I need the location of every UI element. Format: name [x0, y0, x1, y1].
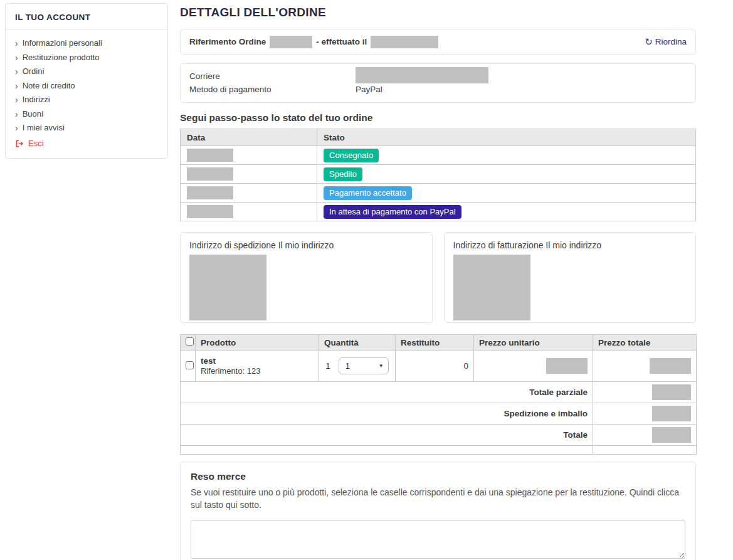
logout-link[interactable]: Esci: [6, 135, 167, 151]
column-prodotto: Prodotto: [196, 335, 319, 351]
redacted-status-date: [187, 205, 233, 218]
status-column-stato: Stato: [317, 129, 696, 146]
return-instructions: Se vuoi restituire uno o più prodotti, s…: [191, 486, 685, 512]
status-badge: Pagamento accettato: [324, 186, 412, 200]
payment-method-label: Metodo di pagamento: [189, 83, 356, 95]
sidebar-item-label: Ordini: [23, 65, 45, 79]
status-table-header-row: Data Stato: [181, 129, 696, 146]
redacted-status-date: [187, 149, 233, 162]
sidebar-item-restituzione-prodotto[interactable]: › Restituzione prodotto: [15, 51, 158, 65]
addresses-section: Indirizzo di spedizione Il mio indirizzo…: [180, 232, 696, 323]
logout-label: Esci: [28, 137, 44, 151]
order-details-main: DETTAGLI DELL'ORDINE Riferimento Ordine …: [180, 0, 696, 560]
redacted-subtotal: [652, 384, 691, 400]
chevron-right-icon: ›: [15, 95, 18, 104]
select-all-checkbox[interactable]: [186, 337, 194, 346]
reorder-refresh-icon: ↻: [645, 37, 653, 46]
carrier-payment-box: Corriere Metodo di pagamento PayPal: [180, 63, 696, 103]
reorder-link[interactable]: ↻ Riordina: [645, 37, 687, 46]
product-reference: Riferimento: 123: [201, 366, 314, 376]
total-label: Totale: [181, 425, 593, 446]
billing-address-box: Indirizzo di fatturazione Il mio indiriz…: [444, 232, 697, 323]
status-row: Pagamento accettato: [181, 184, 696, 203]
billing-address-title: Indirizzo di fatturazione Il mio indiriz…: [453, 240, 687, 250]
quantity-select[interactable]: 1: [339, 357, 389, 374]
redacted-carrier-name: [356, 67, 488, 83]
redacted-status-date: [187, 167, 233, 181]
account-sidebar: IL TUO ACCOUNT › Informazioni personali …: [5, 3, 168, 159]
return-explanation-textarea[interactable]: [191, 520, 685, 559]
status-row: Spedito: [181, 165, 696, 184]
sidebar-item-label: Restituzione prodotto: [23, 51, 100, 65]
chevron-right-icon: ›: [15, 124, 18, 132]
product-row: test Riferimento: 123 1 1 ▼ 0: [181, 351, 697, 382]
redacted-status-date: [187, 186, 233, 199]
chevron-right-icon: ›: [15, 53, 18, 62]
redacted-order-date: [371, 36, 438, 48]
order-reference-prefix: Riferimento Ordine: [189, 37, 266, 46]
shipping-label: Spedizione e imballo: [181, 403, 593, 425]
status-row: In attesa di pagamento con PayPal: [181, 203, 696, 221]
redacted-grand-total: [652, 427, 691, 443]
status-row: Consegnato: [181, 146, 696, 165]
column-quantita: Quantità: [319, 335, 396, 351]
redacted-total-price: [650, 358, 691, 374]
sidebar-item-note-di-credito[interactable]: › Note di credito: [15, 79, 158, 93]
redacted-unit-price: [546, 358, 588, 374]
order-reference-text: Riferimento Ordine - effettuato il: [189, 36, 438, 48]
quantity-value: 1: [325, 361, 330, 371]
column-restituito: Restituito: [396, 335, 474, 351]
sidebar-title: IL TUO ACCOUNT: [6, 4, 167, 30]
sidebar-item-label: Buoni: [23, 107, 43, 122]
status-column-data: Data: [181, 129, 317, 146]
products-table: Prodotto Quantità Restituito Prezzo unit…: [180, 334, 697, 455]
sidebar-menu: › Informazioni personali › Restituzione …: [6, 30, 167, 135]
chevron-right-icon: ›: [15, 82, 18, 90]
page-title: DETTAGLI DELL'ORDINE: [180, 6, 696, 19]
order-date-label: - effettuato il: [316, 37, 367, 46]
product-name: test: [201, 356, 314, 366]
shipping-address-box: Indirizzo di spedizione Il mio indirizzo: [180, 232, 433, 323]
product-checkbox[interactable]: [186, 361, 194, 369]
order-status-table: Data Stato Consegnato Spedito Pagamento …: [180, 129, 696, 221]
sidebar-item-buoni[interactable]: › Buoni: [15, 107, 158, 122]
column-prezzo-unitario: Prezzo unitario: [474, 335, 593, 351]
sidebar-item-label: Indirizzi: [23, 93, 50, 107]
chevron-right-icon: ›: [15, 110, 18, 119]
status-section-heading: Segui passo-passo lo stato del tuo ordin…: [180, 112, 696, 124]
payment-method-value: PayPal: [356, 83, 382, 95]
sidebar-item-ordini[interactable]: › Ordini: [15, 65, 158, 79]
sidebar-item-i-miei-avvisi[interactable]: › I miei avvisi: [15, 121, 158, 135]
order-reference-bar: Riferimento Ordine - effettuato il ↻ Rio…: [180, 29, 696, 55]
status-badge: In attesa di pagamento con PayPal: [324, 205, 461, 219]
sidebar-item-informazioni-personali[interactable]: › Informazioni personali: [15, 36, 158, 51]
table-footer-spacer-row: [181, 446, 697, 455]
sidebar-item-label: I miei avvisi: [23, 121, 65, 135]
status-badge: Spedito: [324, 167, 362, 181]
sidebar-item-label: Informazioni personali: [23, 36, 102, 51]
merchandise-return-box: Reso merce Se vuoi restituire uno o più …: [180, 462, 696, 560]
chevron-right-icon: ›: [15, 67, 18, 76]
shipping-address-title: Indirizzo di spedizione Il mio indirizzo: [189, 240, 423, 250]
total-row: Totale: [181, 425, 697, 446]
redacted-order-reference: [270, 36, 312, 48]
shipping-row: Spedizione e imballo: [181, 403, 697, 425]
sidebar-item-label: Note di credito: [23, 79, 75, 93]
column-prezzo-totale: Prezzo totale: [593, 335, 697, 351]
redacted-shipping-address: [189, 255, 266, 320]
sign-out-icon: [15, 139, 24, 148]
redacted-shipping-cost: [652, 406, 691, 421]
redacted-billing-address: [453, 255, 530, 320]
sidebar-item-indirizzi[interactable]: › Indirizzi: [15, 93, 158, 107]
reorder-label: Riordina: [655, 37, 687, 46]
status-badge: Consegnato: [324, 149, 379, 162]
products-header-row: Prodotto Quantità Restituito Prezzo unit…: [181, 335, 697, 351]
carrier-label: Corriere: [189, 70, 356, 82]
return-section-heading: Reso merce: [191, 471, 685, 482]
subtotal-label: Totale parziale: [181, 382, 593, 403]
chevron-right-icon: ›: [15, 39, 18, 48]
returned-quantity: 0: [396, 351, 474, 382]
subtotal-row: Totale parziale: [181, 382, 697, 403]
